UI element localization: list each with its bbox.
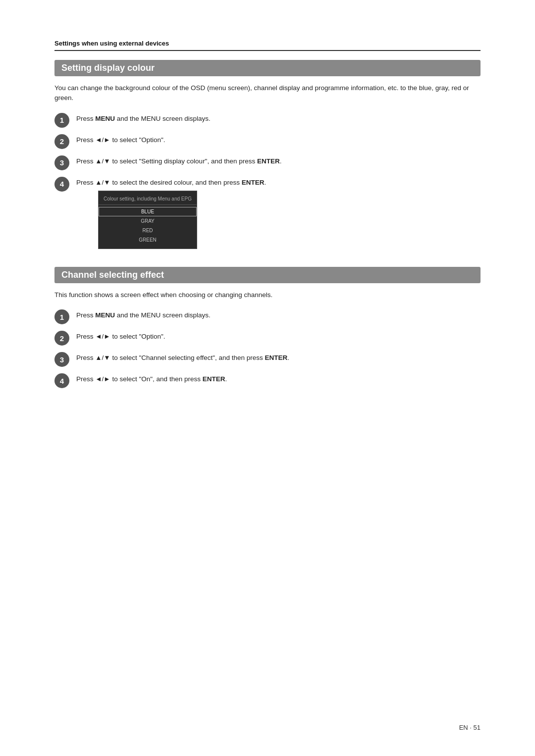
step-text-1-1: Press MENU and the MENU screen displays. [76,112,211,124]
osd-menu-item-red: RED [99,226,197,235]
osd-menu-item-blue: BLUE [99,207,197,216]
step-1-3: 3 Press ▲/▼ to select "Setting display c… [54,155,481,170]
step-2-4: 4 Press ◄/► to select "On", and then pre… [54,373,481,388]
section-setting-display-colour: Setting display colour You can change th… [54,60,481,253]
step-text-2-2: Press ◄/► to select "Option". [76,330,165,342]
step-text-2-4: Press ◄/► to select "On", and then press… [76,373,227,384]
step-number-2-4: 4 [54,373,69,388]
osd-menu-item-gray: GRAY [99,216,197,226]
section1-steps: 1 Press MENU and the MENU screen display… [54,112,481,253]
step-content-1-4: Press ▲/▼ to select the desired colour, … [76,176,266,253]
step-2-2: 2 Press ◄/► to select "Option". [54,330,481,346]
step-number-1-4: 4 [54,177,69,192]
step-number-1-3: 3 [54,155,69,170]
step-text-1-4: Press ▲/▼ to select the desired colour, … [76,176,266,188]
step-2-1: 1 Press MENU and the MENU screen display… [54,309,481,324]
step-number-2-3: 3 [54,352,69,367]
page-footer: EN · 51 [459,724,481,731]
section1-description: You can change the background colour of … [54,83,481,103]
section-channel-selecting-effect: Channel selecting effect This function s… [54,267,481,388]
section1-title: Setting display colour [54,60,481,76]
step-text-1-3: Press ▲/▼ to select "Setting display col… [76,155,282,166]
step-number-2-2: 2 [54,331,69,346]
step-1-2: 2 Press ◄/► to select "Option". [54,134,481,149]
step-text-1-2: Press ◄/► to select "Option". [76,134,165,145]
step-number-1-2: 2 [54,134,69,149]
step-number-2-1: 1 [54,309,69,324]
step-1-4: 4 Press ▲/▼ to select the desired colour… [54,176,481,253]
step-1-1: 1 Press MENU and the MENU screen display… [54,112,481,128]
section2-description: This function shows a screen effect when… [54,290,481,300]
osd-menu: Colour setting, including Menu and EPG B… [98,191,197,249]
section2-title: Channel selecting effect [54,267,481,283]
osd-menu-item-green: GREEN [99,235,197,245]
step-2-3: 3 Press ▲/▼ to select "Channel selecting… [54,352,481,367]
page: Settings when using external devices Set… [0,0,535,756]
section-header: Settings when using external devices [54,40,481,51]
step-text-2-3: Press ▲/▼ to select "Channel selecting e… [76,352,289,363]
step-number-1-1: 1 [54,113,69,128]
osd-menu-title: Colour setting, including Menu and EPG [99,195,197,205]
step-text-2-1: Press MENU and the MENU screen displays. [76,309,211,320]
section2-steps: 1 Press MENU and the MENU screen display… [54,309,481,388]
